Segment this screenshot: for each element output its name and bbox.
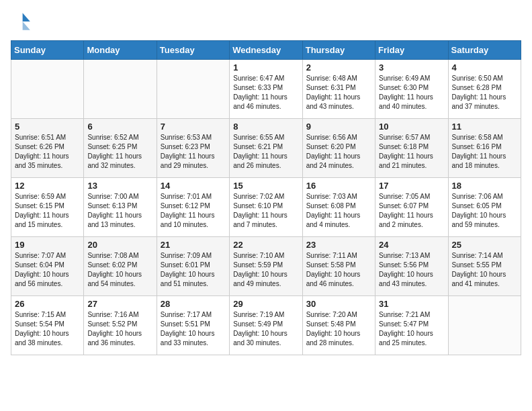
svg-marker-0 [23,13,30,21]
day-number: 31 [379,299,444,309]
calendar-week-row: 26Sunrise: 7:15 AM Sunset: 5:54 PM Dayli… [11,296,521,355]
svg-marker-1 [23,21,30,30]
calendar-cell: 5Sunrise: 6:51 AM Sunset: 6:26 PM Daylig… [11,119,84,178]
day-info: Sunrise: 7:01 AM Sunset: 6:12 PM Dayligh… [161,192,226,230]
calendar-cell: 6Sunrise: 6:52 AM Sunset: 6:25 PM Daylig… [84,119,157,178]
day-info: Sunrise: 7:11 AM Sunset: 5:58 PM Dayligh… [306,251,371,289]
calendar-cell: 21Sunrise: 7:09 AM Sunset: 6:01 PM Dayli… [157,237,229,296]
day-info: Sunrise: 7:06 AM Sunset: 6:05 PM Dayligh… [452,192,517,230]
day-info: Sunrise: 6:58 AM Sunset: 6:16 PM Dayligh… [452,133,517,171]
day-info: Sunrise: 7:05 AM Sunset: 6:07 PM Dayligh… [379,192,444,230]
calendar-week-row: 19Sunrise: 7:07 AM Sunset: 6:04 PM Dayli… [11,237,521,296]
day-number: 1 [233,62,298,73]
calendar-header-row: SundayMondayTuesdayWednesdayThursdayFrid… [11,41,521,60]
day-info: Sunrise: 6:49 AM Sunset: 6:30 PM Dayligh… [379,74,444,111]
calendar-cell [157,60,229,119]
calendar-cell: 7Sunrise: 6:53 AM Sunset: 6:23 PM Daylig… [157,119,229,178]
weekday-header-thursday: Thursday [302,41,375,60]
calendar-cell [84,60,157,119]
day-number: 26 [15,299,80,309]
day-number: 9 [306,122,371,132]
calendar-table: SundayMondayTuesdayWednesdayThursdayFrid… [11,40,521,355]
calendar-cell: 15Sunrise: 7:02 AM Sunset: 6:10 PM Dayli… [230,178,302,237]
day-number: 6 [87,122,152,132]
day-info: Sunrise: 7:17 AM Sunset: 5:51 PM Dayligh… [161,310,226,348]
calendar-cell: 27Sunrise: 7:16 AM Sunset: 5:52 PM Dayli… [84,296,157,355]
day-number: 11 [452,122,517,132]
calendar-cell: 17Sunrise: 7:05 AM Sunset: 6:07 PM Dayli… [375,178,448,237]
calendar-cell: 14Sunrise: 7:01 AM Sunset: 6:12 PM Dayli… [157,178,229,237]
calendar-cell: 30Sunrise: 7:20 AM Sunset: 5:48 PM Dayli… [302,296,375,355]
day-info: Sunrise: 6:57 AM Sunset: 6:18 PM Dayligh… [379,133,444,171]
calendar-cell: 31Sunrise: 7:21 AM Sunset: 5:47 PM Dayli… [375,296,448,355]
day-info: Sunrise: 6:47 AM Sunset: 6:33 PM Dayligh… [233,74,298,111]
day-number: 16 [306,181,371,191]
page-header [11,11,521,32]
day-number: 3 [379,62,444,73]
calendar-cell: 29Sunrise: 7:19 AM Sunset: 5:49 PM Dayli… [230,296,302,355]
day-info: Sunrise: 6:59 AM Sunset: 6:15 PM Dayligh… [15,192,80,230]
weekday-header-friday: Friday [375,41,448,60]
logo-icon [11,11,32,32]
calendar-cell: 12Sunrise: 6:59 AM Sunset: 6:15 PM Dayli… [11,178,84,237]
weekday-header-wednesday: Wednesday [230,41,302,60]
calendar-cell: 20Sunrise: 7:08 AM Sunset: 6:02 PM Dayli… [84,237,157,296]
day-info: Sunrise: 7:16 AM Sunset: 5:52 PM Dayligh… [87,310,152,348]
day-info: Sunrise: 7:13 AM Sunset: 5:56 PM Dayligh… [379,251,444,289]
day-info: Sunrise: 7:15 AM Sunset: 5:54 PM Dayligh… [15,310,80,348]
day-info: Sunrise: 6:53 AM Sunset: 6:23 PM Dayligh… [161,133,226,171]
day-info: Sunrise: 7:20 AM Sunset: 5:48 PM Dayligh… [306,310,371,348]
day-number: 21 [161,240,226,250]
day-info: Sunrise: 6:52 AM Sunset: 6:25 PM Dayligh… [87,133,152,171]
day-number: 12 [15,181,80,191]
day-number: 5 [15,122,80,132]
calendar-cell: 4Sunrise: 6:50 AM Sunset: 6:28 PM Daylig… [448,60,521,119]
calendar-week-row: 12Sunrise: 6:59 AM Sunset: 6:15 PM Dayli… [11,178,521,237]
day-number: 14 [161,181,226,191]
calendar-cell: 22Sunrise: 7:10 AM Sunset: 5:59 PM Dayli… [230,237,302,296]
day-info: Sunrise: 7:08 AM Sunset: 6:02 PM Dayligh… [87,251,152,289]
weekday-header-tuesday: Tuesday [157,41,229,60]
day-number: 4 [452,62,517,73]
day-number: 30 [306,299,371,309]
calendar-cell: 3Sunrise: 6:49 AM Sunset: 6:30 PM Daylig… [375,60,448,119]
calendar-cell: 1Sunrise: 6:47 AM Sunset: 6:33 PM Daylig… [230,60,302,119]
day-number: 20 [87,240,152,250]
day-number: 17 [379,181,444,191]
calendar-cell: 2Sunrise: 6:48 AM Sunset: 6:31 PM Daylig… [302,60,375,119]
calendar-cell: 24Sunrise: 7:13 AM Sunset: 5:56 PM Dayli… [375,237,448,296]
day-number: 7 [161,122,226,132]
logo [11,11,35,32]
calendar-cell [11,60,84,119]
day-number: 24 [379,240,444,250]
day-info: Sunrise: 6:50 AM Sunset: 6:28 PM Dayligh… [452,74,517,111]
calendar-cell: 23Sunrise: 7:11 AM Sunset: 5:58 PM Dayli… [302,237,375,296]
calendar-week-row: 5Sunrise: 6:51 AM Sunset: 6:26 PM Daylig… [11,119,521,178]
calendar-cell: 28Sunrise: 7:17 AM Sunset: 5:51 PM Dayli… [157,296,229,355]
day-number: 10 [379,122,444,132]
day-number: 15 [233,181,298,191]
weekday-header-saturday: Saturday [448,41,521,60]
day-number: 8 [233,122,298,132]
weekday-header-monday: Monday [84,41,157,60]
day-number: 18 [452,181,517,191]
day-info: Sunrise: 6:51 AM Sunset: 6:26 PM Dayligh… [15,133,80,171]
day-number: 2 [306,62,371,73]
day-number: 22 [233,240,298,250]
calendar-cell: 16Sunrise: 7:03 AM Sunset: 6:08 PM Dayli… [302,178,375,237]
day-number: 13 [87,181,152,191]
day-number: 23 [306,240,371,250]
calendar-cell: 8Sunrise: 6:55 AM Sunset: 6:21 PM Daylig… [230,119,302,178]
day-info: Sunrise: 7:02 AM Sunset: 6:10 PM Dayligh… [233,192,298,230]
day-info: Sunrise: 7:14 AM Sunset: 5:55 PM Dayligh… [452,251,517,289]
day-info: Sunrise: 7:07 AM Sunset: 6:04 PM Dayligh… [15,251,80,289]
day-number: 29 [233,299,298,309]
day-info: Sunrise: 7:03 AM Sunset: 6:08 PM Dayligh… [306,192,371,230]
calendar-cell: 25Sunrise: 7:14 AM Sunset: 5:55 PM Dayli… [448,237,521,296]
day-info: Sunrise: 6:56 AM Sunset: 6:20 PM Dayligh… [306,133,371,171]
day-info: Sunrise: 7:19 AM Sunset: 5:49 PM Dayligh… [233,310,298,348]
day-info: Sunrise: 7:00 AM Sunset: 6:13 PM Dayligh… [87,192,152,230]
calendar-cell: 18Sunrise: 7:06 AM Sunset: 6:05 PM Dayli… [448,178,521,237]
day-number: 25 [452,240,517,250]
weekday-header-sunday: Sunday [11,41,84,60]
